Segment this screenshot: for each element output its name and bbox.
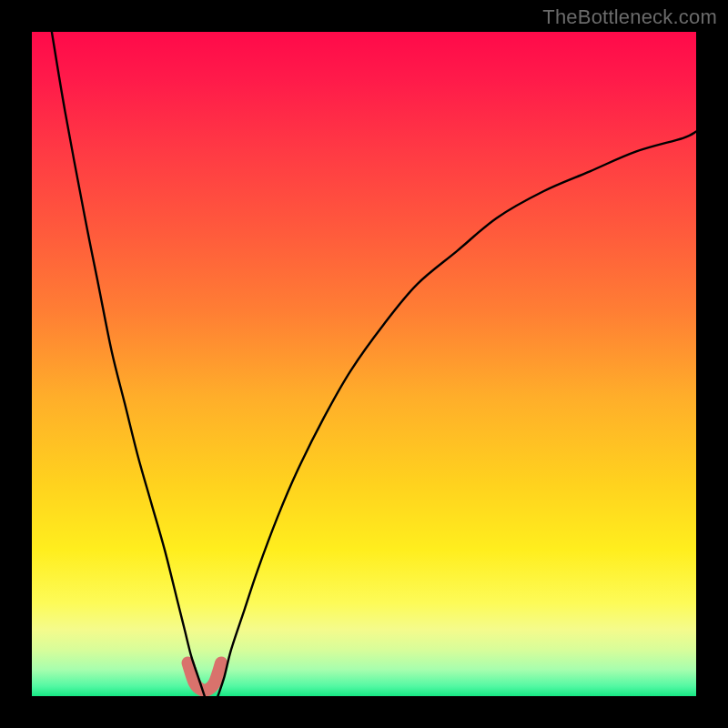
plot-area [32,32,696,696]
watermark-text: TheBottleneck.com [542,5,717,29]
chart-frame: TheBottleneck.com [0,0,728,728]
gradient-background [32,32,696,696]
svg-rect-0 [32,32,696,696]
